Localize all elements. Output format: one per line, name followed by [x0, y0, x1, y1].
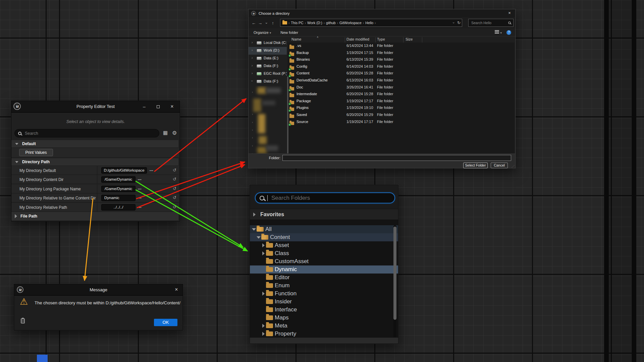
close-icon[interactable]: × [172, 287, 181, 293]
category-file-path[interactable]: File Path [11, 212, 178, 221]
scrollbar-thumb[interactable] [393, 227, 396, 320]
tree-row-all[interactable]: All [250, 225, 398, 233]
search-input[interactable] [24, 131, 156, 136]
property-editor-window: Property Editor Test – × Select an objec… [11, 101, 180, 222]
breadcrumb[interactable]: ›Hello› [363, 21, 376, 25]
property-value-box[interactable]: D:/github/GitWorkspace [101, 167, 147, 174]
property-value-box[interactable]: /Game/Dynamic [101, 186, 136, 192]
column-date-modified[interactable]: Date modified [346, 37, 369, 41]
print-values-button[interactable]: Print Values [19, 149, 53, 156]
breadcrumb[interactable]: ›github [324, 21, 336, 25]
property-value-box[interactable]: ../../../ [101, 204, 136, 210]
file-row[interactable]: Doc3/26/2024 16:41File folder [287, 84, 515, 91]
minimize-button[interactable]: – [140, 104, 149, 110]
resize-grip-icon[interactable]: ⋰ [512, 165, 515, 168]
file-row[interactable]: Plugins1/19/2024 19:10File folder [287, 105, 515, 112]
tree-row-maps[interactable]: Maps [250, 314, 398, 322]
view-mode-icon[interactable]: ▾ [495, 30, 502, 35]
forward-icon[interactable]: → [257, 20, 263, 25]
sidebar-item-data-f-expanded[interactable]: ›Data (F:) [249, 78, 287, 85]
sidebar-scrollbar[interactable] [287, 76, 288, 154]
dialog-search-box[interactable] [468, 19, 514, 27]
tree-row-dynamic[interactable]: Dynamic [250, 265, 398, 274]
file-row[interactable]: Backup1/19/2024 17:15File folder [287, 50, 515, 57]
refresh-icon[interactable]: ↻ [457, 20, 461, 25]
browse-ellipsis-button[interactable]: ••• [138, 188, 142, 190]
column-type[interactable]: Type [377, 37, 385, 41]
tree-row-property[interactable]: Property [250, 330, 398, 337]
sidebar-item-work-d[interactable]: ›Work (D:) [249, 47, 287, 55]
property-editor-titlebar[interactable]: Property Editor Test – × [11, 101, 180, 113]
address-bar[interactable]: ›This PC ›Work (D:) ›github ›GitWorkspac… [280, 19, 462, 27]
browse-ellipsis-button[interactable]: ••• [138, 178, 142, 181]
breadcrumb[interactable]: ›This PC [288, 21, 304, 25]
tree-scrollbar[interactable] [393, 225, 396, 338]
column-name[interactable]: Name [291, 37, 301, 41]
copy-to-clipboard-icon[interactable] [21, 318, 25, 323]
address-dropdown-icon[interactable]: › [453, 21, 454, 25]
up-icon[interactable]: ↑ [270, 20, 276, 25]
new-folder-button[interactable]: New folder [280, 31, 298, 35]
column-size[interactable]: Size [406, 37, 413, 41]
cancel-button[interactable]: Cancel [491, 163, 508, 168]
collapse-arrow-icon [252, 228, 256, 231]
details-search-bar[interactable] [14, 129, 159, 137]
tree-row-customasset[interactable]: CustomAsset [250, 257, 398, 265]
browse-ellipsis-button[interactable]: ••• [138, 206, 142, 209]
tree-row-interface[interactable]: Interface [250, 306, 398, 314]
reset-to-default-icon[interactable]: ↺ [173, 186, 176, 191]
dialog-search-input[interactable] [471, 20, 508, 25]
display-filter-icon[interactable]: ▦ [163, 130, 168, 136]
settings-gear-icon[interactable]: ⚙ [172, 130, 177, 136]
file-row[interactable]: DerivedDataCache6/13/2024 16:03File fold… [287, 77, 515, 84]
file-row[interactable]: Package1/19/2024 17:17File folder [287, 98, 515, 105]
dialog-titlebar[interactable]: Choose a directory × [249, 9, 515, 17]
close-icon[interactable]: × [504, 9, 515, 17]
reset-to-default-icon[interactable]: ↺ [173, 195, 176, 200]
tree-row-content[interactable]: Content [250, 233, 398, 241]
breadcrumb[interactable]: ›Work (D:) [305, 21, 322, 25]
property-value-box[interactable]: Dynamic [101, 195, 136, 201]
file-row[interactable]: Content6/20/2024 15:28File folder [287, 70, 515, 77]
folder-git-icon [289, 122, 294, 125]
maximize-button[interactable] [154, 104, 162, 110]
close-button[interactable]: × [168, 104, 176, 110]
property-value-box[interactable]: /Game/Dynamic [101, 176, 136, 183]
category-directory-path[interactable]: Directory Path [11, 158, 178, 166]
favorites-section-header[interactable]: Favorites [250, 209, 398, 220]
folder-search-box[interactable] [255, 192, 395, 203]
reset-to-default-icon[interactable]: ↺ [173, 204, 176, 209]
file-row[interactable]: Intermediate6/20/2024 15:28File folder [287, 91, 515, 98]
back-icon[interactable]: ← [251, 20, 257, 25]
select-folder-button[interactable]: Select Folder [463, 163, 488, 168]
tree-row-asset[interactable]: Asset [250, 241, 398, 249]
reset-to-default-icon[interactable]: ↺ [173, 168, 176, 173]
file-row[interactable]: .vs6/14/2024 13:44File folder [287, 43, 515, 50]
file-row[interactable]: Binaries6/13/2024 15:39File folder [287, 56, 515, 63]
tree-row-insider[interactable]: Insider [250, 298, 398, 306]
file-row[interactable]: Saved6/20/2024 15:29File folder [287, 112, 515, 119]
ok-button[interactable]: OK [154, 319, 177, 326]
tree-row-class[interactable]: Class [250, 249, 398, 257]
tree-row-enum[interactable]: Enum [250, 282, 398, 290]
message-titlebar[interactable]: Message × [14, 284, 183, 296]
file-row[interactable]: Source1/19/2024 17:17File folder [287, 119, 515, 126]
browse-ellipsis-button[interactable]: ••• [150, 169, 153, 172]
category-default[interactable]: Default [11, 140, 178, 148]
file-row[interactable]: Config6/14/2024 14:03File folder [287, 63, 515, 70]
reset-to-default-icon[interactable]: ↺ [173, 177, 176, 182]
tree-row-editor[interactable]: Editor [250, 274, 398, 282]
folder-search-input[interactable] [271, 194, 390, 202]
breadcrumb[interactable]: ›GitWorkspace [337, 21, 362, 25]
tree-row-meta[interactable]: Meta [250, 322, 398, 330]
help-icon[interactable]: ? [506, 30, 511, 35]
organize-menu[interactable]: Organize ▾ [254, 31, 271, 35]
folder-name-input[interactable] [282, 155, 511, 161]
sidebar-item-data-e[interactable]: ›Data (E:) [249, 55, 287, 62]
sidebar-item-local-disk-c[interactable]: ›Local Disk (C:) [249, 39, 287, 47]
recent-locations-icon[interactable]: › [263, 20, 270, 25]
sidebar-item-data-f[interactable]: ›Data (F:) [249, 62, 287, 70]
browse-ellipsis-button[interactable]: ••• [138, 197, 142, 199]
tree-row-function[interactable]: Function [250, 290, 398, 298]
sidebar-item-egc-root-p[interactable]: ›EGC Root (P:) [249, 70, 287, 78]
